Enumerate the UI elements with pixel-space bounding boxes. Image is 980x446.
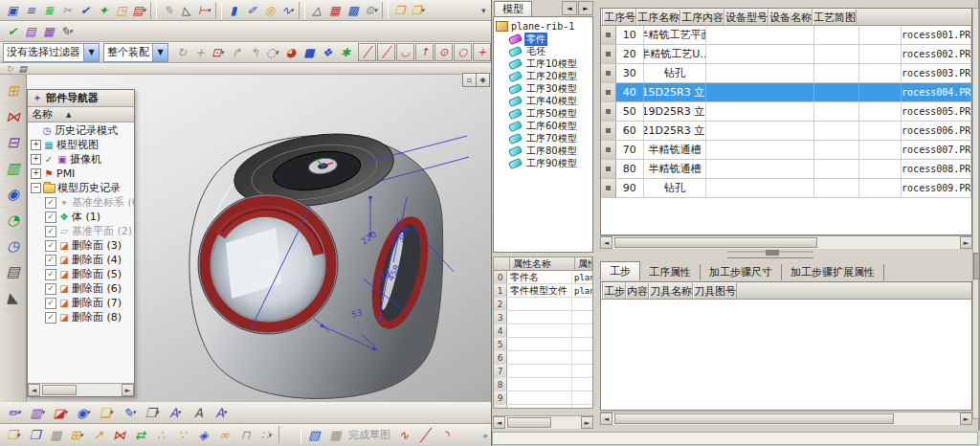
text-icon[interactable]: A▾ (164, 404, 187, 422)
model-tree-item[interactable]: 工序60模型 (494, 120, 592, 132)
assembly-constraints-icon[interactable]: ⋈ (108, 426, 129, 444)
process-row[interactable]: 30 钻孔 Process003.PRT (601, 64, 971, 83)
tree-item-model-views[interactable]: + ▦ 模型视图 (28, 138, 134, 152)
steps-tab[interactable]: 工序属性 (640, 264, 701, 280)
examine-geometry-icon[interactable]: ✔ (76, 1, 94, 19)
col-step-content[interactable]: 内容 (626, 282, 649, 299)
book-icon[interactable]: ▤ (16, 63, 30, 74)
tree-root-part[interactable]: plane-rib-1 (494, 19, 592, 33)
row-handle[interactable] (601, 122, 616, 140)
snap-quadrant-icon[interactable]: ○ (454, 43, 472, 61)
attribute-row[interactable]: 3 (494, 311, 592, 324)
scroll-thumb[interactable] (614, 237, 817, 248)
datum-plane-icon[interactable]: ◪▾ (49, 404, 72, 422)
row-handle[interactable] (601, 64, 616, 82)
process-row[interactable]: 90 钻孔 Process009.PRT (601, 179, 971, 198)
process-row[interactable]: 40 S15D25R3 立... Process004.PRT (601, 83, 971, 102)
right-vscrollbar[interactable] (972, 8, 979, 419)
checkbox[interactable]: ✓ (45, 312, 56, 323)
snap-control-point-icon[interactable]: ◡ (396, 43, 414, 61)
mirror-assembly-icon[interactable]: ⇄ (129, 426, 150, 444)
checkbox[interactable]: ✓ (45, 283, 56, 295)
stylus-icon[interactable]: ✐ (242, 1, 260, 19)
steps-tab[interactable]: 加工步骤扩展属性 (782, 264, 884, 280)
sweep-icon[interactable]: ∿▾ (278, 1, 297, 19)
attr-name-header[interactable]: 属性名称 (510, 257, 575, 270)
viewport-target-icon[interactable]: ◈ (476, 73, 490, 87)
measure-angle-icon[interactable]: ◺ (177, 1, 195, 19)
tree-item-history-mode[interactable]: ◷ 历史记录模式 (28, 123, 134, 138)
studio-spline-icon[interactable]: ∿ (393, 426, 414, 444)
scroll-thumb[interactable] (42, 385, 77, 395)
col-device-model[interactable]: 设备型号 (724, 9, 768, 25)
materials-icon[interactable]: ◣ (2, 285, 25, 311)
chevron-down-icon[interactable]: ▼ (83, 44, 99, 61)
checkbox[interactable]: ✓ (45, 212, 56, 223)
row-handle[interactable] (601, 26, 616, 44)
reset-filter-icon[interactable]: ↻ (172, 43, 190, 61)
point-set-icon[interactable]: ✱ (336, 43, 354, 61)
tree-item-pmi[interactable]: + ⚑ PMI (28, 167, 134, 181)
col-process-content[interactable]: 工序内容 (680, 9, 724, 25)
tree-item-remove-face-5[interactable]: ✓ ◪ 删除面 (5) (28, 267, 134, 281)
process-row[interactable]: 50 S19D25R3 立... Process005.PRT (601, 102, 971, 122)
collapse-icon[interactable]: − (31, 183, 41, 193)
clipboard-icon[interactable]: ▤ (21, 22, 39, 40)
datasheet-icon[interactable]: ▦ (39, 22, 57, 40)
row-handle[interactable] (601, 160, 616, 178)
tree-item-datum-csys[interactable]: ✓ ⌖ 基准坐标系 (0) (28, 195, 134, 210)
repair-geometry-icon[interactable]: ✦ (94, 1, 112, 19)
model-tree-item[interactable]: 工序70模型 (494, 132, 592, 145)
viewport-restore-icon[interactable]: ▫ (462, 73, 477, 87)
interpart-link-icon[interactable]: ∞ (213, 426, 234, 444)
model-tree-item[interactable]: 零件 (494, 33, 592, 45)
expand-icon[interactable]: + (31, 168, 41, 179)
clamp-icon[interactable]: ⊓ (234, 426, 256, 444)
expand-icon[interactable]: + (31, 140, 41, 150)
scroll-left-icon[interactable]: ◄ (600, 236, 612, 249)
checkbox[interactable]: ✓ (45, 240, 56, 252)
steps-tab[interactable]: 加工步骤尺寸 (701, 264, 782, 280)
sequence-icon[interactable]: ∵ (171, 426, 192, 444)
tree-item-model-history[interactable]: − 模型历史记录 (28, 181, 134, 195)
measure-distance-icon[interactable]: ✎ (159, 1, 177, 19)
checkbox[interactable]: ✓ (45, 197, 56, 209)
select-all-icon[interactable]: + (190, 43, 209, 61)
process-studio-icon[interactable]: ◷ (2, 234, 25, 259)
attribute-row[interactable]: 0 零件名 plan (494, 271, 592, 284)
letter-direction-icon[interactable]: A▾ (210, 404, 233, 422)
attribute-row[interactable]: 4 (494, 324, 592, 338)
assembly-navigator-icon[interactable]: ⊞ (2, 78, 25, 104)
checkbox[interactable]: ✓ (45, 226, 56, 237)
layers-icon[interactable]: ≡ (21, 1, 39, 19)
snap-existing-point-icon[interactable]: + (473, 43, 491, 61)
process-row[interactable]: 20 半精铣工艺U... Process002.PRT (601, 45, 971, 64)
demote-selection-icon[interactable]: ↰ (245, 43, 263, 61)
export-part-icon[interactable]: ◳ (112, 1, 130, 19)
sketch-task-icon[interactable]: ▧ (303, 426, 324, 444)
snap-intersection-icon[interactable]: ↑ (415, 43, 434, 61)
cylinder-icon[interactable]: ▮ (224, 1, 242, 19)
chevron-down-icon[interactable]: ▼ (152, 44, 167, 61)
process-row[interactable]: 70 半精铣通槽 Process007.PRT (601, 141, 971, 160)
blocks-icon[interactable]: ❒ (390, 1, 409, 19)
scroll-right-icon[interactable]: ► (960, 413, 972, 425)
image-icon[interactable]: ▦ (45, 426, 66, 444)
find-annotation-icon[interactable]: A (187, 404, 210, 422)
scroll-left-icon[interactable]: ◄ (600, 413, 612, 425)
col-process-name[interactable]: 工序名称 (636, 9, 680, 25)
pocket-icon[interactable]: ❐▾ (141, 404, 164, 422)
model-tree-item[interactable]: 工序10模型 (494, 57, 592, 70)
model-tree-item[interactable]: 工序90模型 (494, 157, 592, 169)
toolbar-overflow-icon[interactable]: » (482, 431, 488, 440)
scroll-left-icon[interactable]: ◄ (493, 416, 505, 429)
scroll-thumb[interactable] (614, 413, 894, 424)
attribute-row[interactable]: 10 (494, 405, 592, 409)
attribute-row[interactable]: 1 零件模型文件 plan (494, 284, 592, 298)
model-tree-item[interactable]: 工序80模型 (494, 145, 592, 157)
attr-value-header[interactable]: 属性值 (575, 257, 592, 270)
extrude-icon[interactable]: ▥▾ (26, 404, 49, 422)
tree-item-cameras[interactable]: + ✓ ▣ 摄像机 (28, 152, 134, 167)
sketch-icon[interactable]: ✏▾ (3, 404, 26, 422)
torus-icon[interactable]: ◎ (260, 1, 278, 19)
